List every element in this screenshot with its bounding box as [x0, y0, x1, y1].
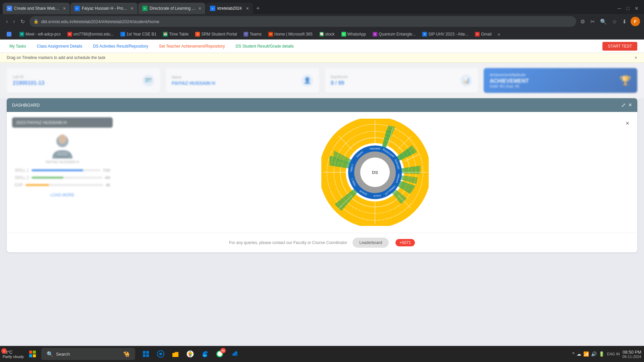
- tab-4-close[interactable]: ×: [246, 6, 249, 11]
- quantum-icon: Q: [373, 32, 377, 37]
- sub-nav-ds-result[interactable]: DS Student Result/Grade details: [233, 43, 296, 50]
- tab-3-close[interactable]: ×: [199, 6, 201, 11]
- profile-student-name: FAIYAZ HUSSAIN H: [46, 160, 79, 164]
- stat-exp-label: Exp/Score: [331, 75, 348, 79]
- bookmark-quantum[interactable]: Q Quantum Entangle...: [370, 31, 418, 38]
- file-explorer-button[interactable]: [169, 347, 182, 361]
- dashboard-close-button[interactable]: ×: [628, 102, 632, 109]
- taskbar-search-bar[interactable]: 🔍 Search 🐪: [41, 348, 135, 360]
- bookmark-timetable[interactable]: 📅 Time Table: [160, 31, 191, 38]
- bookmark-ms365[interactable]: W Home | Microsoft 365: [266, 31, 315, 38]
- chrome-button[interactable]: [183, 347, 197, 361]
- bookmark-cse-label: 1st Year CSE B1: [126, 32, 156, 37]
- dashboard-body: 2023 FAIYAZ HUSSAIN H: [7, 112, 637, 233]
- taskbar-right: ^ ☁ 📶 🔊 🔋 ENG IN 08:50 PM 09-11-2024: [572, 350, 641, 359]
- whatsapp-icon: W: [341, 32, 346, 37]
- more-bookmarks-button[interactable]: »: [496, 31, 502, 38]
- edge-button[interactable]: [198, 347, 212, 361]
- nav-bar: ‹ › ↻ 🔒 dld.srmist.edu.in/ktretelab2024/…: [0, 14, 644, 29]
- leaderboard-button[interactable]: Leaderboard: [353, 238, 389, 248]
- tab-4[interactable]: k ktretelab2024 ×: [206, 3, 253, 14]
- tab-1-close[interactable]: ×: [63, 6, 66, 11]
- back-button[interactable]: ‹: [4, 17, 10, 26]
- sub-nav-my-tasks[interactable]: My Tasks: [7, 43, 29, 50]
- bookmark-gmail-vm[interactable]: M vm7798@srmist.edu...: [65, 31, 116, 38]
- stock-icon: 📈: [319, 32, 324, 37]
- close-window-button[interactable]: ✕: [632, 4, 641, 12]
- widgets-button[interactable]: [154, 347, 167, 361]
- download-button[interactable]: ⬇: [621, 17, 628, 26]
- lock-icon: 🔒: [34, 19, 39, 24]
- wheel-chart: DS HASHING SEARCHING SORTING ARRAYS LINK…: [321, 119, 429, 226]
- svg-point-1: [58, 134, 66, 144]
- sub-nav-ds-activities[interactable]: DS Activities Result/Repository: [90, 43, 151, 50]
- apps-icon: ⋮⋮: [7, 32, 11, 37]
- bookmark-cse[interactable]: 👥 1st Year CSE B1: [118, 31, 159, 38]
- tab-2[interactable]: F Faiyaz Hussain H - Programmin... ×: [70, 3, 138, 14]
- dashboard-title: DASHBOARD: [12, 103, 40, 108]
- extensions-button[interactable]: ⚙: [579, 17, 586, 26]
- start-test-button[interactable]: START TEST: [602, 42, 637, 51]
- taskbar-clock[interactable]: 08:50 PM 09-11-2024: [623, 350, 641, 359]
- wheel-close-button[interactable]: ×: [626, 120, 629, 127]
- chrome-icon: [186, 350, 194, 358]
- widgets-icon: [157, 350, 164, 358]
- windows-logo-icon: [29, 351, 36, 357]
- new-tab-button[interactable]: +: [254, 5, 263, 12]
- load-more-button[interactable]: LOAD MORE: [12, 193, 113, 197]
- dashboard-maximize-button[interactable]: ⤢: [621, 102, 626, 109]
- avatar: [49, 132, 76, 159]
- bookmark-srm-portal[interactable]: S SRM Student Portal: [193, 31, 239, 38]
- vscode-button[interactable]: [228, 347, 241, 361]
- profile-section: 2023 FAIYAZ HUSSAIN H: [12, 117, 113, 227]
- minimize-button[interactable]: ─: [615, 4, 624, 12]
- stat-labid-value: 21900101-13: [13, 80, 44, 86]
- svg-rect-45: [146, 354, 149, 357]
- svg-rect-47: [172, 353, 178, 357]
- sip-icon: S: [422, 32, 427, 37]
- edge-icon: [201, 350, 209, 358]
- whatsapp-badge: 88: [220, 348, 226, 353]
- wifi-icon[interactable]: 📶: [583, 351, 589, 357]
- bookmark-teams[interactable]: T Teams: [241, 31, 264, 38]
- taskbar-notification: 28°C Partly cloudy 1: [3, 350, 25, 359]
- tab-3-title: Directorate of Learning and De...: [150, 6, 197, 11]
- zoom-button[interactable]: 🔍: [599, 17, 608, 26]
- whatsapp-taskbar-button[interactable]: 88: [213, 347, 226, 361]
- bookmark-button[interactable]: ☆: [611, 17, 618, 26]
- bottom-section: For any queries, please contact our Facu…: [7, 233, 637, 252]
- sub-nav-set-teacher[interactable]: Set Teacher Achievement/Repository: [156, 43, 228, 50]
- volume-icon[interactable]: 🔊: [591, 351, 597, 357]
- sub-nav-class-assignment[interactable]: Class Assignment Details: [34, 43, 85, 50]
- svg-rect-40: [29, 354, 32, 357]
- tab-3-favicon: D: [142, 6, 148, 11]
- bookmark-meet-label: Meet - wfi-adcp-pcx: [25, 32, 61, 37]
- bookmark-gmail[interactable]: G Gmail: [472, 31, 494, 38]
- tab-1[interactable]: W Create and Share Webpage ×: [3, 3, 70, 14]
- bookmark-whatsapp-label: WhatsApp: [347, 32, 366, 37]
- forward-button[interactable]: ›: [11, 17, 17, 26]
- bookmark-meet[interactable]: M Meet - wfi-adcp-pcx: [17, 31, 63, 38]
- bottom-text: For any queries, please contact our Facu…: [229, 240, 347, 245]
- reload-button[interactable]: ↻: [18, 17, 27, 26]
- task-view-button[interactable]: [139, 347, 153, 361]
- taskbar-date-value: 09-11-2024: [623, 355, 641, 359]
- profile-button[interactable]: F: [631, 17, 640, 26]
- bookmark-stock[interactable]: 📈 stock: [317, 31, 337, 38]
- bookmark-sip[interactable]: S SIP UHV 2023 - Atte...: [420, 31, 471, 38]
- bookmark-sip-label: SIP UHV 2023 - Atte...: [428, 32, 468, 37]
- bookmark-apps[interactable]: ⋮⋮: [4, 31, 15, 38]
- start-button[interactable]: [26, 348, 39, 360]
- screenshot-button[interactable]: ✂: [589, 17, 596, 26]
- sub-nav: My Tasks Class Assignment Details DS Act…: [0, 40, 644, 53]
- tab-3[interactable]: D Directorate of Learning and De... ×: [138, 3, 205, 14]
- tab-2-close[interactable]: ×: [131, 6, 133, 11]
- bookmark-ms365-label: Home | Microsoft 365: [274, 32, 313, 37]
- address-bar[interactable]: 🔒 dld.srmist.edu.in/ktretelab2024/#/ktre…: [30, 16, 576, 27]
- maximize-button[interactable]: □: [624, 4, 632, 12]
- expand-tray-button[interactable]: ^: [572, 351, 575, 357]
- bookmark-whatsapp[interactable]: W WhatsApp: [339, 31, 369, 38]
- notification-bar: Drag on Timeline markers to add and sche…: [0, 53, 644, 63]
- notification-close-button[interactable]: ×: [635, 55, 637, 60]
- taskbar-search-text: Search: [56, 352, 70, 357]
